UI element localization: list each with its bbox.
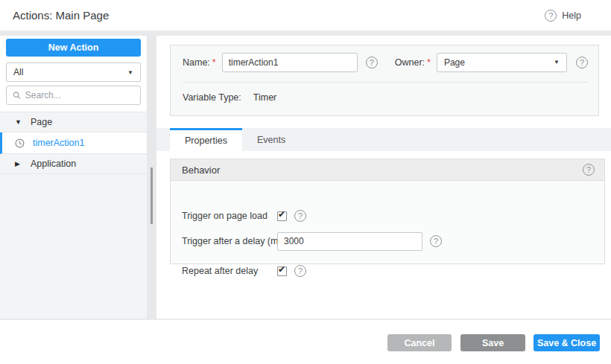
tree-item-timer-action[interactable]: timerAction1 xyxy=(0,132,147,154)
actions-tree: ▼ Page timerAction1 ▶ Application xyxy=(0,112,147,319)
chevron-down-icon: ▼ xyxy=(554,59,560,66)
tree-group-label: Application xyxy=(31,159,76,169)
help-label: Help xyxy=(562,10,581,21)
name-owner-row: Name: * ? Owner: * Page ▼ ? xyxy=(183,52,588,72)
trigger-on-load-checkbox[interactable]: ✔ xyxy=(277,211,287,221)
owner-help-icon[interactable]: ? xyxy=(576,57,588,68)
chevron-down-icon: ▼ xyxy=(127,69,133,76)
action-header-panel: Name: * ? Owner: * Page ▼ ? Variable Typ… xyxy=(170,45,599,116)
save-and-close-button[interactable]: Save & Close xyxy=(534,334,600,351)
behavior-row-trigger-on-load: Trigger on page load ✔ ? xyxy=(182,206,597,226)
action-detail-pane: Name: * ? Owner: * Page ▼ ? Variable Typ… xyxy=(156,36,611,319)
save-button[interactable]: Save xyxy=(460,334,525,351)
variable-type-label: Variable Type: xyxy=(183,92,241,103)
required-marker: * xyxy=(212,57,216,68)
name-help-icon[interactable]: ? xyxy=(366,57,378,68)
variable-type-value: Timer xyxy=(253,92,276,103)
tab-properties[interactable]: Properties xyxy=(170,128,242,151)
trigger-delay-input[interactable] xyxy=(277,232,422,251)
new-action-button[interactable]: New Action xyxy=(6,39,141,57)
help-icon: ? xyxy=(545,10,557,22)
owner-dropdown-value: Page xyxy=(444,57,465,68)
tree-group-label: Page xyxy=(31,117,52,127)
filter-dropdown-value: All xyxy=(13,67,23,77)
behavior-title: Behavior xyxy=(182,165,220,176)
triangle-down-icon: ▼ xyxy=(15,118,22,126)
help-link[interactable]: ? Help xyxy=(545,10,581,22)
sidebar-scrollbar-thumb[interactable] xyxy=(151,167,153,224)
behavior-section: Behavior ? Trigger on page load ✔ ? Trig… xyxy=(170,159,605,264)
repeat-after-delay-label: Repeat after delay xyxy=(182,266,277,276)
filter-dropdown[interactable]: All ▼ xyxy=(6,63,141,82)
trigger-delay-help-icon[interactable]: ? xyxy=(430,235,442,247)
panel-divider xyxy=(183,82,588,83)
search-box[interactable] xyxy=(6,86,141,105)
tree-group-application[interactable]: ▶ Application xyxy=(0,154,147,174)
search-input[interactable] xyxy=(25,90,134,100)
tree-group-page[interactable]: ▼ Page xyxy=(0,112,147,132)
trigger-delay-label: Trigger after a delay (millisec... xyxy=(182,236,277,246)
name-input[interactable] xyxy=(222,53,358,72)
dialog-footer: Cancel Save Save & Close xyxy=(0,320,611,364)
tree-item-label: timerAction1 xyxy=(33,138,84,148)
triangle-right-icon: ▶ xyxy=(15,160,22,167)
owner-label: Owner: xyxy=(395,57,425,68)
behavior-row-repeat: Repeat after delay ✔ ? xyxy=(182,261,597,281)
checkmark-icon: ✔ xyxy=(278,264,285,275)
detail-tabbar: Properties Events xyxy=(156,128,611,151)
repeat-after-delay-help-icon[interactable]: ? xyxy=(294,265,306,277)
name-label: Name: xyxy=(183,57,210,68)
cancel-button[interactable]: Cancel xyxy=(387,334,452,351)
page-title: Actions: Main Page xyxy=(13,9,109,22)
sidebar-scrollbar-track[interactable] xyxy=(147,36,156,319)
checkmark-icon: ✔ xyxy=(278,209,285,220)
trigger-on-load-label: Trigger on page load xyxy=(182,211,277,221)
behavior-row-trigger-delay: Trigger after a delay (millisec... ? xyxy=(182,232,597,251)
variable-type-row: Variable Type: Timer xyxy=(183,92,276,103)
actions-sidebar: New Action All ▼ ▼ Page timerAction1 ▶ A… xyxy=(0,36,147,319)
required-marker: * xyxy=(427,57,431,68)
clock-icon xyxy=(15,138,25,148)
trigger-on-load-help-icon[interactable]: ? xyxy=(294,210,306,222)
behavior-section-header: Behavior ? xyxy=(171,159,604,181)
tab-events[interactable]: Events xyxy=(242,128,300,151)
repeat-after-delay-checkbox[interactable]: ✔ xyxy=(277,266,287,276)
owner-dropdown[interactable]: Page ▼ xyxy=(437,53,567,72)
dialog-header: Actions: Main Page ? Help xyxy=(0,0,611,31)
behavior-help-icon[interactable]: ? xyxy=(583,164,595,176)
search-icon xyxy=(13,91,21,100)
